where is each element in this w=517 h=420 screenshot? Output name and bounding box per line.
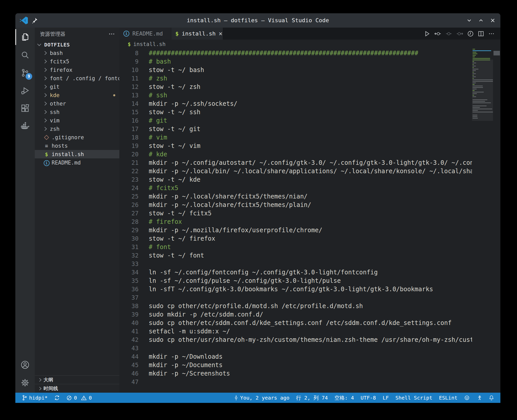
code-line[interactable]: 42sudo cp other/usr/share/oh-my-zsh/cust… bbox=[119, 335, 472, 344]
code-line[interactable]: 13# ssh bbox=[119, 91, 472, 99]
line-number[interactable]: 22 bbox=[119, 168, 141, 174]
code-line[interactable]: 40sudo cp other/etc/sddm.conf.d/kde_sett… bbox=[119, 319, 472, 327]
activity-run-debug-icon[interactable] bbox=[15, 82, 35, 100]
activity-extensions-icon[interactable] bbox=[15, 100, 35, 118]
line-number[interactable]: 38 bbox=[119, 303, 141, 309]
line-number[interactable]: 44 bbox=[119, 353, 141, 360]
line-number[interactable]: 34 bbox=[119, 269, 141, 276]
tree-file-.gitignore[interactable]: .gitignore bbox=[35, 133, 119, 142]
line-number[interactable]: 12 bbox=[119, 84, 141, 90]
line-number[interactable]: 23 bbox=[119, 176, 141, 183]
feedback-smiley-icon[interactable] bbox=[464, 395, 470, 401]
minimize-button[interactable] bbox=[466, 17, 472, 24]
code-line[interactable]: 37 bbox=[119, 293, 472, 302]
tree-file-hosts[interactable]: ≡hosts bbox=[35, 142, 119, 150]
minimap[interactable] bbox=[472, 49, 493, 393]
code-line[interactable]: 16# git bbox=[119, 116, 472, 125]
line-number[interactable]: 24 bbox=[119, 185, 141, 191]
code-line[interactable]: 21mkdir -p ~/.config/autostart/ ~/.confi… bbox=[119, 158, 472, 167]
code-line[interactable]: 34ln -sf ~/.config/fontconfig ~/.config/… bbox=[119, 268, 472, 276]
code-editor[interactable]: 8#######################################… bbox=[119, 49, 472, 393]
line-number[interactable]: 26 bbox=[119, 202, 141, 208]
code-line[interactable]: 10stow -t ~/ bash bbox=[119, 66, 472, 74]
line-number[interactable]: 41 bbox=[119, 328, 141, 335]
tree-file-install.sh[interactable]: $install.sh bbox=[35, 150, 119, 158]
code-line[interactable]: 19stow -t ~/ vim bbox=[119, 142, 472, 150]
tree-folder-kde[interactable]: kde bbox=[35, 91, 119, 99]
line-number[interactable]: 46 bbox=[119, 370, 141, 377]
activity-explorer-icon[interactable] bbox=[15, 28, 35, 46]
line-number[interactable]: 32 bbox=[119, 252, 141, 259]
line-number[interactable]: 10 bbox=[119, 67, 141, 73]
code-line[interactable]: 17stow -t ~/ git bbox=[119, 125, 472, 133]
timeline-panel-header[interactable]: 时间线 bbox=[35, 384, 119, 393]
code-line[interactable]: 15stow -t ~/ ssh bbox=[119, 108, 472, 116]
line-number[interactable]: 35 bbox=[119, 277, 141, 284]
line-number[interactable]: 43 bbox=[119, 345, 141, 352]
code-line[interactable]: 30stow -t ~/ firefox bbox=[119, 234, 472, 243]
line-number[interactable]: 21 bbox=[119, 159, 141, 166]
line-number[interactable]: 13 bbox=[119, 92, 141, 99]
line-number[interactable]: 31 bbox=[119, 244, 141, 250]
notifications-bell-icon[interactable] bbox=[489, 395, 494, 401]
line-number[interactable]: 42 bbox=[119, 336, 141, 343]
code-line[interactable]: 46mkdir -p ~/Screenshots bbox=[119, 369, 472, 378]
close-tab-icon[interactable]: × bbox=[219, 30, 222, 37]
tree-folder-ssh[interactable]: ssh bbox=[35, 108, 119, 116]
code-line[interactable]: 43 bbox=[119, 344, 472, 352]
current-change-icon[interactable] bbox=[445, 30, 452, 37]
branch-indicator[interactable]: hidpi* bbox=[22, 395, 48, 401]
outline-panel-header[interactable]: 大纲 bbox=[35, 375, 119, 384]
split-editor-icon[interactable] bbox=[478, 30, 484, 37]
line-number[interactable]: 29 bbox=[119, 227, 141, 234]
code-line[interactable]: 31# font bbox=[119, 243, 472, 251]
more-actions-icon[interactable] bbox=[488, 30, 495, 37]
next-change-icon[interactable] bbox=[456, 30, 463, 37]
more-actions-icon[interactable] bbox=[109, 33, 114, 34]
line-number[interactable]: 9 bbox=[119, 58, 141, 65]
line-number[interactable]: 25 bbox=[119, 193, 141, 200]
line-number[interactable]: 8 bbox=[119, 50, 141, 56]
sync-icon[interactable] bbox=[54, 395, 60, 401]
code-line[interactable]: 29mkdir -p ~/.mozilla/firefox/userprofil… bbox=[119, 226, 472, 234]
line-number[interactable]: 27 bbox=[119, 210, 141, 217]
code-line[interactable]: 20# kde bbox=[119, 150, 472, 158]
line-number[interactable]: 17 bbox=[119, 126, 141, 132]
git-blame-info[interactable]: You, 2 years ago bbox=[234, 395, 290, 401]
maximize-button[interactable] bbox=[478, 17, 484, 24]
line-number[interactable]: 36 bbox=[119, 286, 141, 293]
problems-indicator[interactable]: 0 0 bbox=[66, 395, 92, 401]
cursor-position[interactable]: 行 2, 列 74 bbox=[296, 394, 328, 401]
code-line[interactable]: 28# firefox bbox=[119, 217, 472, 226]
line-number[interactable]: 39 bbox=[119, 311, 141, 318]
code-line[interactable]: 9# bash bbox=[119, 57, 472, 66]
tree-folder-git[interactable]: git bbox=[35, 83, 119, 91]
activity-search-icon[interactable] bbox=[15, 46, 35, 64]
settings-gear-icon[interactable] bbox=[15, 374, 35, 392]
tree-root-dotfiles[interactable]: DOTFILES bbox=[35, 40, 119, 49]
account-icon[interactable] bbox=[15, 356, 35, 374]
line-number[interactable]: 11 bbox=[119, 75, 141, 82]
code-line[interactable]: 14mkdir -p ~/.ssh/sockets/ bbox=[119, 99, 472, 108]
code-line[interactable]: 35ln -sf ~/.config/pulse ~/.config/gtk-3… bbox=[119, 276, 472, 285]
code-line[interactable]: 33 bbox=[119, 260, 472, 268]
timeline-icon[interactable] bbox=[467, 30, 474, 37]
code-line[interactable]: 8#######################################… bbox=[119, 49, 472, 57]
editor-scrollbar[interactable] bbox=[493, 49, 500, 393]
breadcrumb[interactable]: $ install.sh bbox=[119, 40, 500, 49]
tree-folder-firefox[interactable]: firefox bbox=[35, 66, 119, 74]
activity-source-control-icon[interactable]: 9 bbox=[15, 64, 35, 82]
line-number[interactable]: 33 bbox=[119, 261, 141, 267]
tab-readme[interactable]: i README.md bbox=[119, 28, 171, 40]
tree-folder-font[interactable]: font / .config / fontconf… bbox=[35, 74, 119, 83]
code-line[interactable]: 11# zsh bbox=[119, 74, 472, 83]
language-mode[interactable]: Shell Script bbox=[395, 395, 432, 401]
eol-setting[interactable]: LF bbox=[383, 395, 389, 401]
code-line[interactable]: 27stow -t ~/ fcitx5 bbox=[119, 209, 472, 217]
scrollbar-thumb[interactable] bbox=[493, 51, 500, 55]
line-number[interactable]: 37 bbox=[119, 294, 141, 301]
line-number[interactable]: 14 bbox=[119, 100, 141, 107]
code-line[interactable]: 41setfacl -m u:sddm:x ~/ bbox=[119, 327, 472, 335]
tree-folder-zsh[interactable]: zsh bbox=[35, 125, 119, 133]
code-line[interactable]: 38sudo cp other/etc/profile.d/motd.sh /e… bbox=[119, 302, 472, 310]
